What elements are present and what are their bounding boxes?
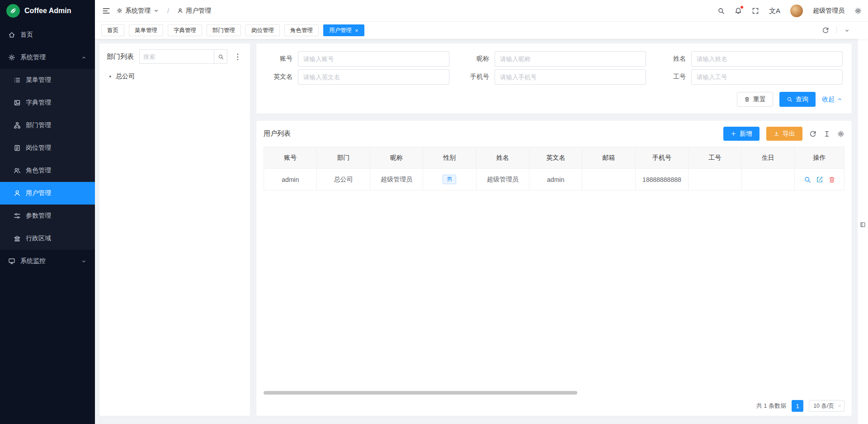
sidebar-item-dept-mgmt[interactable]: 部门管理 bbox=[0, 114, 95, 137]
notification-button[interactable] bbox=[735, 7, 742, 14]
sidebar-item-param-mgmt[interactable]: 参数管理 bbox=[0, 205, 95, 227]
button-label: 导出 bbox=[783, 130, 795, 138]
coffee-leaf-icon bbox=[6, 4, 20, 18]
chevron-down-icon bbox=[844, 28, 850, 33]
breadcrumb-label: 系统管理 bbox=[125, 7, 151, 15]
edit-button[interactable] bbox=[816, 176, 823, 183]
tab-close-icon[interactable]: × bbox=[355, 28, 359, 33]
field-label: 姓名 bbox=[659, 55, 691, 63]
filter-card: 账号 昵称 姓名 英文名 bbox=[256, 43, 852, 114]
menu-label: 菜单管理 bbox=[26, 76, 51, 84]
row-height-icon bbox=[823, 130, 830, 138]
query-button[interactable]: 查询 bbox=[779, 92, 816, 107]
dept-search-input[interactable] bbox=[139, 49, 214, 64]
person-icon bbox=[177, 8, 183, 14]
dept-more-button[interactable]: ⋮ bbox=[233, 52, 243, 62]
user-avatar[interactable] bbox=[790, 5, 803, 17]
collapse-sidebar-button[interactable] bbox=[102, 7, 110, 15]
tab-menu-mgmt[interactable]: 菜单管理 bbox=[129, 24, 163, 36]
english-name-input[interactable] bbox=[298, 69, 449, 85]
cell-operation bbox=[795, 169, 844, 191]
row-height-button[interactable] bbox=[823, 130, 830, 138]
collapse-link[interactable]: 收起 bbox=[822, 95, 843, 104]
caret-right-icon[interactable] bbox=[108, 74, 113, 79]
tab-user-mgmt[interactable]: 用户管理 × bbox=[323, 24, 364, 36]
phone-input[interactable] bbox=[495, 69, 646, 85]
scrollbar-thumb[interactable] bbox=[264, 391, 577, 395]
account-field: 账号 bbox=[265, 51, 449, 67]
sidebar-item-home[interactable]: 首页 bbox=[0, 24, 95, 46]
page-1-button[interactable]: 1 bbox=[792, 400, 803, 412]
gear-icon bbox=[8, 54, 15, 61]
tab-label: 角色管理 bbox=[290, 27, 313, 34]
horizontal-scrollbar bbox=[264, 391, 844, 395]
menu-label: 岗位管理 bbox=[26, 144, 51, 152]
field-label: 手机号 bbox=[462, 73, 495, 81]
page-size-select[interactable]: 10 条/页 bbox=[809, 400, 844, 412]
field-label: 英文名 bbox=[265, 73, 298, 81]
dept-search-button[interactable] bbox=[214, 49, 227, 64]
tab-dept-mgmt[interactable]: 部门管理 bbox=[207, 24, 241, 36]
work-no-input[interactable] bbox=[691, 69, 843, 85]
name-input[interactable] bbox=[691, 51, 843, 67]
col-header-phone: 手机号 bbox=[635, 147, 688, 169]
sidebar-item-monitor[interactable]: 系统监控 bbox=[0, 250, 95, 272]
add-user-button[interactable]: 新增 bbox=[723, 127, 760, 141]
breadcrumb-user-mgmt[interactable]: 用户管理 bbox=[177, 7, 211, 15]
locale-switch-button[interactable]: 文A bbox=[769, 7, 780, 14]
user-name[interactable]: 超级管理员 bbox=[813, 7, 844, 15]
search-icon bbox=[787, 96, 793, 102]
breadcrumb-separator: / bbox=[167, 7, 169, 14]
column-setting-button[interactable] bbox=[837, 130, 844, 138]
col-header-operation: 操作 bbox=[795, 147, 844, 169]
settings-button[interactable] bbox=[854, 7, 862, 14]
people-icon bbox=[14, 167, 21, 174]
view-button[interactable] bbox=[804, 176, 811, 183]
tab-actions-dropdown[interactable] bbox=[844, 28, 850, 33]
tab-home[interactable]: 首页 bbox=[101, 24, 124, 36]
button-label: 新增 bbox=[740, 130, 752, 138]
menu-label: 参数管理 bbox=[26, 212, 51, 220]
page-content: 部门列表 ⋮ 总公司 bbox=[95, 39, 868, 424]
sidebar-item-role-mgmt[interactable]: 角色管理 bbox=[0, 159, 95, 182]
list-icon bbox=[14, 76, 21, 84]
sidebar-item-post-mgmt[interactable]: 岗位管理 bbox=[0, 137, 95, 159]
layout-toggle-button[interactable] bbox=[860, 25, 866, 424]
table-refresh-button[interactable] bbox=[809, 130, 816, 138]
col-header-english-name: 英文名 bbox=[529, 147, 582, 169]
app-logo[interactable]: Coffee Admin bbox=[0, 0, 95, 22]
refresh-tab-button[interactable] bbox=[822, 27, 829, 34]
table-header-row: 账号 部门 昵称 性别 姓名 英文名 邮箱 手机号 工号 生日 bbox=[264, 147, 844, 169]
sidebar-item-system-mgmt[interactable]: 系统管理 bbox=[0, 46, 95, 69]
sidebar-item-dict-mgmt[interactable]: 字典管理 bbox=[0, 91, 95, 114]
breadcrumb-system[interactable]: 系统管理 bbox=[117, 7, 159, 15]
main-area: 系统管理 / 用户管理 文 bbox=[95, 0, 868, 424]
english-name-field: 英文名 bbox=[265, 69, 449, 85]
tab-post-mgmt[interactable]: 岗位管理 bbox=[245, 24, 280, 36]
tree-node-label: 总公司 bbox=[116, 72, 135, 81]
dept-tree: 总公司 bbox=[107, 71, 243, 82]
divider bbox=[836, 27, 837, 34]
sidebar-item-region-mgmt[interactable]: 行政区域 bbox=[0, 227, 95, 250]
nickname-input[interactable] bbox=[495, 51, 646, 67]
fullscreen-button[interactable] bbox=[752, 7, 759, 14]
plus-icon bbox=[731, 131, 736, 137]
sidebar-item-user-mgmt[interactable]: 用户管理 bbox=[0, 182, 95, 205]
delete-button[interactable] bbox=[828, 176, 835, 183]
trash-icon bbox=[828, 176, 835, 183]
sidebar-item-menu-mgmt[interactable]: 菜单管理 bbox=[0, 69, 95, 91]
tab-dict-mgmt[interactable]: 字典管理 bbox=[168, 24, 202, 36]
id-card-icon bbox=[14, 144, 21, 152]
right-gutter bbox=[857, 22, 868, 424]
tree-node-head-office[interactable]: 总公司 bbox=[107, 71, 243, 82]
export-button[interactable]: 导出 bbox=[766, 127, 802, 141]
account-input[interactable] bbox=[298, 51, 449, 67]
menu-fold-icon bbox=[102, 7, 110, 15]
sliders-icon bbox=[14, 212, 21, 219]
table-row: admin 总公司 超级管理员 男 超级管理员 admin 1888888888… bbox=[264, 169, 844, 191]
menu-label: 角色管理 bbox=[26, 167, 51, 175]
tab-label: 岗位管理 bbox=[251, 27, 274, 34]
reset-button[interactable]: 重置 bbox=[737, 92, 773, 107]
global-search-button[interactable] bbox=[717, 7, 725, 14]
tab-role-mgmt[interactable]: 角色管理 bbox=[284, 24, 319, 36]
